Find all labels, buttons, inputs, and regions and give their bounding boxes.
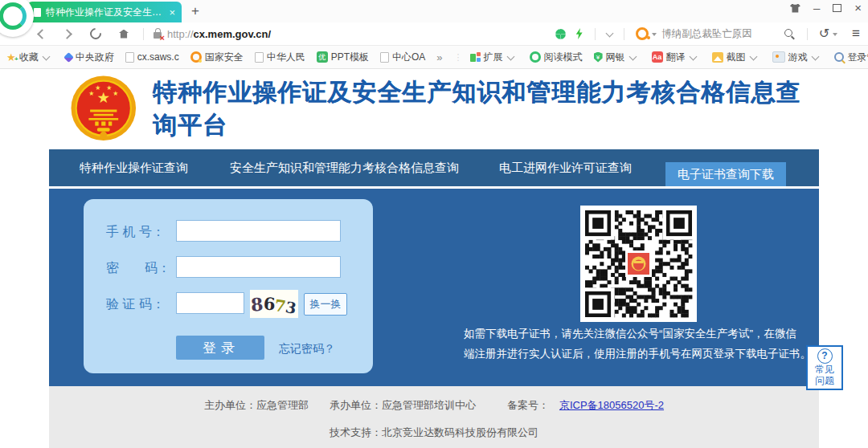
bookmark-item[interactable]: 中心OA — [380, 51, 425, 64]
url-host: cx.mem.gov.cn/ — [194, 28, 272, 40]
back-icon[interactable] — [37, 29, 47, 39]
phone-input[interactable] — [176, 220, 341, 242]
divider — [807, 28, 808, 40]
login-card: 手 机 号： 密 码： 验 证 码： 8 6 7 3 换一换 登录 忘记密码？ — [84, 199, 373, 373]
reload-icon[interactable] — [88, 26, 104, 42]
captcha-image[interactable]: 8 6 7 3 — [250, 290, 298, 318]
skin-icon[interactable] — [790, 4, 800, 13]
national-emblem-logo: ★ ★ ★ ★ ★ — [68, 71, 139, 148]
bookmark-item[interactable]: 中华人民 — [255, 51, 305, 64]
page-title: 特种作业操作证及安全生产知识和管理能力考核合格信息查询平台 — [154, 76, 819, 142]
orange-ring-icon — [190, 51, 202, 63]
search-suggestion[interactable]: 博纳副总裁坠亡原因 — [661, 27, 752, 41]
nav-tab-safety-knowledge[interactable]: 安全生产知识和管理能力考核合格信息查询 — [230, 149, 459, 186]
faq-button[interactable]: ? 常见 问题 — [806, 345, 843, 390]
svg-text:★: ★ — [113, 89, 118, 96]
search-engine-icon[interactable] — [636, 27, 649, 40]
close-window-button[interactable]: × — [854, 3, 862, 13]
divider — [143, 28, 144, 40]
chevron-down-icon — [628, 52, 637, 60]
site-footer: 主办单位：应急管理部承办单位：应急管理部培训中心备案号：京ICP备1805652… — [49, 386, 819, 448]
key-search-icon — [834, 52, 844, 62]
bookmark-item[interactable]: 优 PPT模板 — [317, 51, 369, 64]
maximize-button[interactable] — [833, 4, 841, 12]
toolbar-password-manager[interactable]: 登录管家 — [834, 51, 868, 64]
download-notice: 如需下载电子证书，请先关注微信公众号“国家安全生产考试”，在微信 端注册并进行实… — [464, 324, 821, 364]
chevron-down-icon — [811, 52, 819, 60]
bookmark-item[interactable]: 国家安全 — [190, 51, 244, 64]
toolbar-translate[interactable]: Aa 翻译 — [652, 51, 701, 64]
bookmark-favorites[interactable]: ★ 收藏 — [6, 51, 54, 64]
chevron-down-icon — [749, 52, 757, 60]
footer-icp: 备案号：京ICP备18056520号-2 — [497, 399, 664, 411]
insecure-lock-icon[interactable] — [154, 32, 162, 39]
icp-link[interactable]: 京ICP备18056520号-2 — [559, 399, 664, 411]
chevron-down-icon — [689, 52, 697, 60]
bookmark-item[interactable]: 中央政府 — [65, 51, 114, 64]
phone-label: 手 机 号： — [106, 224, 165, 241]
home-icon[interactable] — [119, 30, 129, 39]
chevron-down-icon[interactable] — [606, 29, 614, 37]
search-engine-caret-icon[interactable] — [652, 33, 657, 36]
web-page: ★ ★ ★ ★ ★ 特种作业操作证及安全生产知识和管理能力考核合格信息查询平台 … — [0, 69, 868, 448]
speed-mode-icon[interactable] — [555, 29, 566, 39]
url-field[interactable]: http://cx.mem.gov.cn/ — [167, 28, 271, 40]
minimize-button[interactable]: – — [813, 3, 820, 13]
forward-icon[interactable] — [62, 29, 72, 39]
address-bar: http://cx.mem.gov.cn/ 博纳副总裁坠亡原因 ↺ ≡ — [0, 22, 868, 46]
tab-close-icon[interactable]: × — [169, 6, 175, 18]
toolbar-drag-handle: ⋮ — [454, 52, 464, 63]
search-icon[interactable] — [784, 29, 792, 37]
question-mark-icon: ? — [817, 348, 833, 364]
chevron-down-icon — [42, 52, 50, 60]
tab-title: 特种作业操作证及安全生产知识 — [46, 6, 164, 19]
star-icon: ★ — [6, 52, 16, 63]
site-nav: 特种作业操作证查询 安全生产知识和管理能力考核合格信息查询 电工进网作业许可证查… — [49, 149, 819, 189]
new-tab-button[interactable]: + — [191, 2, 199, 20]
restore-tab-icon[interactable]: ↺ — [819, 28, 829, 39]
footer-host: 主办单位：应急管理部 — [204, 399, 309, 411]
page-icon — [125, 52, 134, 63]
toolbar-bank[interactable]: ¥ 网银 — [594, 51, 641, 64]
toolbar-screenshot[interactable]: 截图 — [712, 51, 761, 64]
chevron-down-icon — [506, 52, 514, 60]
bookmarks-overflow[interactable]: » — [436, 51, 442, 63]
svg-text:★: ★ — [88, 89, 94, 96]
bookmark-item[interactable]: cx.saws.c — [125, 51, 179, 63]
footer-support: 技术支持：北京竞业达数码科技股份有限公司 — [49, 426, 819, 440]
nav-tab-ecert-download[interactable]: 电子证书查询下载 — [665, 162, 786, 186]
translate-icon: Aa — [652, 51, 663, 63]
page-icon — [380, 52, 389, 63]
tab-favicon-icon — [34, 8, 41, 17]
main-panel: 手 机 号： 密 码： 验 证 码： 8 6 7 3 换一换 登录 忘记密码？ — [49, 189, 819, 386]
lightning-icon[interactable] — [575, 28, 583, 39]
login-button[interactable]: 登录 — [176, 336, 264, 360]
read-mode-icon — [530, 51, 541, 63]
divider — [624, 28, 624, 40]
icp-label: 备案号： — [507, 399, 549, 411]
forgot-password-link[interactable]: 忘记密码？ — [279, 342, 335, 356]
footer-line-1: 主办单位：应急管理部承办单位：应急管理部培训中心备案号：京ICP备1805652… — [49, 398, 819, 413]
browser-tab[interactable]: 特种作业操作证及安全生产知识 × — [27, 2, 182, 22]
menu-icon[interactable]: ≡ — [852, 28, 860, 39]
password-label: 密 码： — [106, 260, 170, 277]
shield-icon: ¥ — [594, 52, 603, 63]
toolbar-games[interactable]: 游戏 — [772, 51, 823, 64]
password-input[interactable] — [176, 256, 341, 278]
divider — [595, 28, 596, 40]
nav-tab-special-operation[interactable]: 特种作业操作证查询 — [80, 149, 188, 186]
restore-caret-icon[interactable] — [833, 33, 837, 36]
bookmarks-bar: ★ 收藏 中央政府 cx.saws.c 国家安全 中华人民 优 PPT模板 中心… — [0, 46, 868, 69]
tab-bar: 特种作业操作证及安全生产知识 × + – × — [0, 0, 868, 22]
toolbar-extensions[interactable]: 扩展 — [470, 51, 518, 64]
screenshot-icon — [712, 52, 723, 63]
footer-org: 承办单位：应急管理部培训中心 — [330, 399, 476, 411]
url-scheme: http:// — [167, 28, 194, 40]
toolbar-read-mode[interactable]: 阅读模式 — [530, 51, 583, 64]
extensions-icon — [470, 52, 481, 63]
captcha-input[interactable] — [176, 292, 244, 314]
captcha-refresh-button[interactable]: 换一换 — [304, 293, 347, 316]
notice-line-2: 端注册并进行实人认证后，使用注册的手机号在网页登录下载电子证书。 — [464, 344, 821, 364]
you-badge-icon: 优 — [317, 51, 328, 63]
nav-tab-electrician-permit[interactable]: 电工进网作业许可证查询 — [499, 149, 632, 186]
